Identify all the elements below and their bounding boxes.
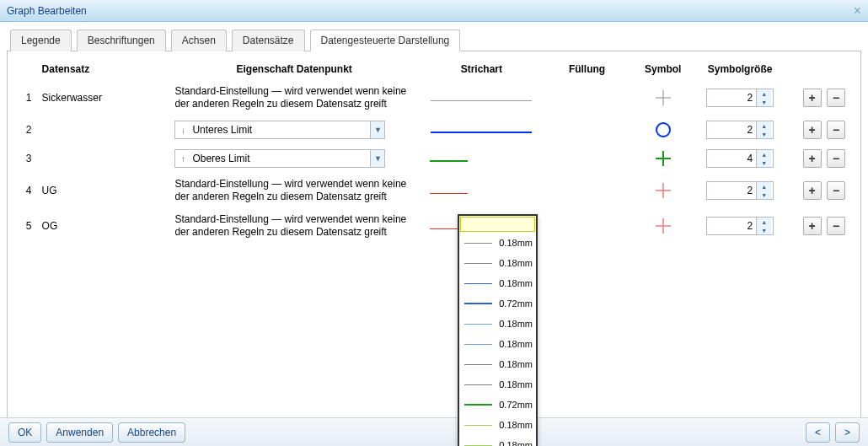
symbol-cell[interactable] <box>630 212 696 240</box>
spinner-down-icon[interactable]: ▼ <box>757 159 771 167</box>
stroke-option[interactable]: 0.18mm <box>459 314 536 334</box>
fill-cell[interactable] <box>544 148 630 169</box>
spinner-up-icon[interactable]: ▲ <box>757 89 771 98</box>
limit-icon: ↓ <box>175 124 190 137</box>
ok-button[interactable]: OK <box>8 422 41 443</box>
spinner-down-icon[interactable]: ▼ <box>757 191 771 199</box>
property-default-text: Standard-Einstellung — wird verwendet we… <box>169 212 418 240</box>
remove-rule-button[interactable]: − <box>827 181 845 200</box>
property-combo-label: Unteres Limit <box>190 124 370 137</box>
stroke-option[interactable]: 0.72mm <box>459 395 536 415</box>
row-index: 4 <box>18 176 37 205</box>
stroke-cell[interactable] <box>419 176 544 205</box>
property-combo[interactable]: ↑ Oberes Limit ▼ <box>174 149 385 168</box>
chevron-down-icon: ▼ <box>370 121 384 138</box>
symbol-size-spinner[interactable]: ▲ ▼ <box>706 181 774 200</box>
stroke-preview-icon <box>464 344 492 345</box>
symbol-size-input[interactable] <box>707 121 756 138</box>
stroke-option[interactable]: 0.72mm <box>459 293 536 314</box>
symbol-size-spinner[interactable]: ▲ ▼ <box>706 149 774 168</box>
symbol-size-spinner[interactable]: ▲ ▼ <box>706 217 774 235</box>
col-groesse: Symbolgröße <box>696 60 784 83</box>
add-rule-button[interactable]: + <box>803 217 822 235</box>
stroke-preview-icon <box>464 243 492 244</box>
property-combo[interactable]: ↓ Unteres Limit ▼ <box>174 121 385 139</box>
remove-rule-button[interactable]: − <box>827 217 845 235</box>
cancel-button[interactable]: Abbrechen <box>118 422 185 443</box>
stroke-cell[interactable] <box>419 119 544 141</box>
stroke-option-label: 0.18mm <box>499 319 533 329</box>
spinner-down-icon[interactable]: ▼ <box>757 130 771 138</box>
chevron-down-icon: ▼ <box>370 150 384 167</box>
remove-rule-button[interactable]: − <box>827 89 845 107</box>
fill-cell[interactable] <box>544 212 630 240</box>
property-combo-label: Oberes Limit <box>190 153 370 165</box>
spinner-down-icon[interactable]: ▼ <box>757 226 771 234</box>
spinner-up-icon[interactable]: ▲ <box>757 218 771 226</box>
symbol-size-input[interactable] <box>707 89 756 106</box>
svg-point-2 <box>656 123 670 137</box>
stroke-option[interactable]: 0.18mm <box>459 334 536 354</box>
stroke-cell[interactable] <box>419 83 544 112</box>
stroke-preview-icon <box>464 324 492 325</box>
fill-cell[interactable] <box>544 83 630 112</box>
stroke-preview-icon <box>464 425 492 426</box>
add-rule-button[interactable]: + <box>803 121 822 139</box>
fill-cell[interactable] <box>544 119 630 141</box>
stroke-option[interactable]: 0.18mm <box>459 354 536 374</box>
spinner-down-icon[interactable]: ▼ <box>757 98 771 106</box>
stroke-option[interactable]: 0.18mm <box>459 374 536 395</box>
add-rule-button[interactable]: + <box>803 181 822 200</box>
tab-content: Datensatz Eigenschaft Datenpunkt Stricha… <box>7 51 861 422</box>
add-rule-button[interactable]: + <box>803 89 822 107</box>
spinner-up-icon[interactable]: ▲ <box>757 150 771 159</box>
symbol-cell[interactable] <box>630 176 696 205</box>
col-strichart: Strichart <box>419 60 544 83</box>
stroke-option[interactable]: 0.18mm <box>459 435 536 446</box>
tab-beschriftungen[interactable]: Beschriftungen <box>77 30 166 51</box>
apply-button[interactable]: Anwenden <box>46 422 113 443</box>
close-icon[interactable]: × <box>854 3 861 19</box>
stroke-option-label: 0.72mm <box>499 298 533 309</box>
tab-datengesteuerte-darstellung[interactable]: Datengesteuerte Darstellung <box>310 30 461 51</box>
window-titlebar: Graph Bearbeiten × <box>0 0 868 22</box>
remove-rule-button[interactable]: − <box>827 121 845 139</box>
stroke-option-label: 0.18mm <box>499 339 533 349</box>
fill-cell[interactable] <box>544 176 630 205</box>
spinner-up-icon[interactable]: ▲ <box>757 182 771 191</box>
stroke-option[interactable]: 0.18mm <box>459 273 536 293</box>
stroke-option[interactable]: 0.18mm <box>459 233 536 253</box>
stroke-option-label: 0.18mm <box>499 440 533 446</box>
stroke-option[interactable]: 0.18mm <box>459 253 536 273</box>
col-symbol: Symbol <box>630 60 696 83</box>
col-datensatz: Datensatz <box>37 60 170 83</box>
window-title: Graph Bearbeiten <box>7 5 87 17</box>
symbol-cell[interactable] <box>630 148 696 169</box>
prev-button[interactable]: < <box>806 422 830 443</box>
symbol-size-spinner[interactable]: ▲ ▼ <box>706 121 774 139</box>
symbol-cell[interactable] <box>630 83 696 112</box>
stroke-preview-icon <box>464 263 492 264</box>
symbol-cell[interactable] <box>630 119 696 141</box>
tab-datensätze[interactable]: Datensätze <box>232 30 305 51</box>
stroke-option[interactable]: 0.18mm <box>459 415 536 435</box>
symbol-size-input[interactable] <box>707 218 756 234</box>
tab-legende[interactable]: Legende <box>10 30 72 51</box>
col-fuellung: Füllung <box>544 60 630 83</box>
symbol-size-spinner[interactable]: ▲ ▼ <box>706 89 774 107</box>
tab-achsen[interactable]: Achsen <box>171 30 227 51</box>
add-rule-button[interactable]: + <box>803 149 822 168</box>
stroke-dropdown[interactable]: 0.18mm0.18mm0.18mm0.72mm0.18mm0.18mm0.18… <box>458 214 538 446</box>
symbol-size-input[interactable] <box>707 150 756 167</box>
stroke-option-label: 0.18mm <box>499 379 533 390</box>
tab-bar: LegendeBeschriftungenAchsenDatensätzeDat… <box>7 29 861 51</box>
stroke-preview-icon <box>464 303 492 304</box>
next-button[interactable]: > <box>835 422 860 443</box>
stroke-cell[interactable] <box>419 148 544 169</box>
dropdown-filter-input[interactable] <box>460 217 535 232</box>
table-row: 2 ↓ Unteres Limit ▼ ▲ ▼ + − <box>18 119 850 141</box>
spinner-up-icon[interactable]: ▲ <box>757 121 771 130</box>
symbol-size-input[interactable] <box>707 182 756 199</box>
remove-rule-button[interactable]: − <box>827 149 845 168</box>
row-index: 1 <box>18 83 37 112</box>
